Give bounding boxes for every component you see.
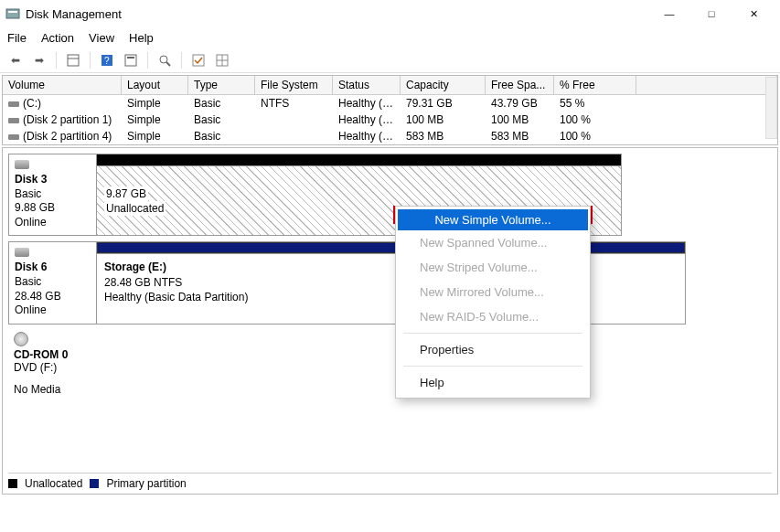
col-free-space[interactable]: Free Spa... xyxy=(486,76,554,95)
disk-info-panel: Disk 3 Basic 9.88 GB Online xyxy=(9,154,97,235)
ctx-new-striped-volume: New Striped Volume... xyxy=(396,255,590,280)
volume-storage-e[interactable]: Storage (E:) 28.48 GB NTFS Healthy (Basi… xyxy=(97,253,685,323)
table-body: (C:) Simple Basic NTFS Healthy (B... 79.… xyxy=(3,95,777,144)
ctx-new-simple-volume[interactable]: New Simple Volume... xyxy=(398,209,588,230)
svg-rect-10 xyxy=(193,55,204,66)
ctx-separator xyxy=(403,366,582,367)
view-list-icon[interactable] xyxy=(63,50,83,70)
ctx-new-mirrored-volume: New Mirrored Volume... xyxy=(396,280,590,304)
ctx-properties[interactable]: Properties xyxy=(396,337,590,362)
svg-rect-1 xyxy=(8,11,17,13)
help-icon[interactable]: ? xyxy=(97,50,117,70)
ctx-new-spanned-volume: New Spanned Volume... xyxy=(396,230,590,255)
disk-row-cdrom[interactable]: CD-ROM 0 DVD (F:) No Media xyxy=(8,330,772,398)
ctx-help[interactable]: Help xyxy=(396,370,590,395)
col-extra[interactable] xyxy=(636,76,777,95)
table-header: Volume Layout Type File System Status Ca… xyxy=(3,76,777,95)
col-layout[interactable]: Layout xyxy=(122,76,188,95)
col-filesystem[interactable]: File System xyxy=(255,76,333,95)
col-type[interactable]: Type xyxy=(188,76,255,95)
col-volume[interactable]: Volume xyxy=(3,76,122,95)
menu-action[interactable]: Action xyxy=(41,31,74,45)
svg-rect-0 xyxy=(6,9,19,18)
toolbar: ⬅ ➡ ? xyxy=(0,48,780,73)
close-button[interactable]: ✕ xyxy=(732,0,775,27)
check-icon[interactable] xyxy=(188,50,208,70)
legend: Unallocated Primary partition xyxy=(8,473,772,490)
disk-icon xyxy=(8,118,19,123)
col-capacity[interactable]: Capacity xyxy=(401,76,486,95)
menu-file[interactable]: File xyxy=(7,31,27,45)
grid-icon[interactable] xyxy=(212,50,232,70)
svg-point-8 xyxy=(160,56,167,63)
disk-icon xyxy=(8,134,19,140)
table-scrollbar[interactable] xyxy=(765,77,777,139)
table-row[interactable]: (Disk 2 partition 1) Simple Basic Health… xyxy=(3,112,777,128)
disk-icon xyxy=(8,101,19,107)
properties-icon[interactable] xyxy=(121,50,141,70)
legend-swatch-primary xyxy=(90,479,99,488)
context-menu: New Simple Volume... New Spanned Volume.… xyxy=(395,206,591,399)
graphical-view: Disk 3 Basic 9.88 GB Online 9.87 GB Unal… xyxy=(2,147,778,495)
maximize-button[interactable]: □ xyxy=(690,0,732,27)
volume-header-unallocated xyxy=(97,154,621,165)
app-icon xyxy=(5,6,20,21)
forward-button[interactable]: ➡ xyxy=(29,50,49,70)
hdd-icon xyxy=(15,248,29,257)
legend-swatch-unallocated xyxy=(8,479,17,488)
ctx-new-raid5-volume: New RAID-5 Volume... xyxy=(396,304,590,329)
title-bar: Disk Management — □ ✕ xyxy=(0,0,780,27)
menu-help[interactable]: Help xyxy=(129,31,154,45)
hdd-icon xyxy=(15,160,29,169)
menu-view[interactable]: View xyxy=(89,31,114,45)
menu-bar: File Action View Help xyxy=(0,27,780,48)
cdrom-icon xyxy=(14,332,28,346)
disk-info-panel: Disk 6 Basic 28.48 GB Online xyxy=(9,242,97,323)
table-row[interactable]: (C:) Simple Basic NTFS Healthy (B... 79.… xyxy=(3,95,777,112)
volumes-table: Volume Layout Type File System Status Ca… xyxy=(2,75,778,145)
ctx-separator xyxy=(403,333,582,334)
minimize-button[interactable]: — xyxy=(648,0,690,27)
volume-header-primary xyxy=(97,242,685,253)
table-row[interactable]: (Disk 2 partition 4) Simple Basic Health… xyxy=(3,128,777,144)
search-icon[interactable] xyxy=(155,50,175,70)
svg-line-9 xyxy=(166,62,170,66)
svg-rect-7 xyxy=(127,57,134,59)
col-status[interactable]: Status xyxy=(333,76,401,95)
window-title: Disk Management xyxy=(26,7,648,21)
svg-text:?: ? xyxy=(104,56,110,66)
back-button[interactable]: ⬅ xyxy=(5,50,26,70)
svg-rect-2 xyxy=(68,55,79,66)
svg-rect-6 xyxy=(125,55,136,66)
col-pct-free[interactable]: % Free xyxy=(554,76,636,95)
